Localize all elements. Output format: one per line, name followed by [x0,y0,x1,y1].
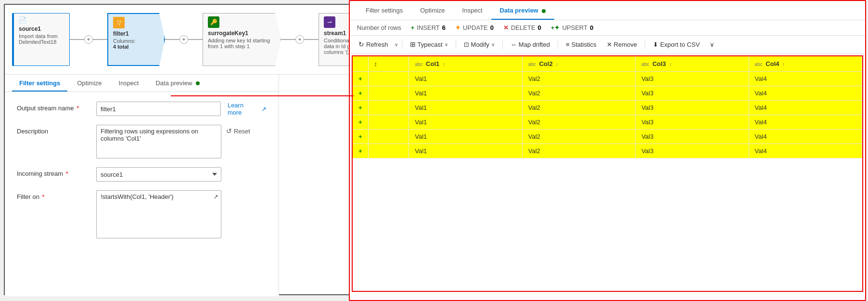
typecast-button[interactable]: ⊞ Typecast ∨ [406,39,452,50]
toolbar-chevron-refresh[interactable]: ∨ [395,42,398,47]
data-table-container: ↕ abc Col1 ↕ abc Col2 ↕ abc Col3 [352,55,863,292]
connector-line-3 [281,39,295,40]
right-tab-filter-settings[interactable]: Filter settings [357,1,411,20]
row-1-col-2: Val3 [636,86,749,101]
map-drifted-icon: ↔ [511,41,517,48]
connector-2: + [165,35,203,44]
row-plus-cell[interactable]: + [353,144,368,158]
row-4-col-2: Val3 [636,130,749,144]
modify-button[interactable]: ⊡ Modify ∨ [460,39,498,50]
connector-line-1 [70,39,84,40]
row-plus-cell[interactable]: + [353,130,368,144]
pipeline-node-surrogate[interactable]: 🔑 surrogateKey1 Adding new key Id starti… [203,13,281,66]
row-2-col-1: Val2 [522,101,635,115]
connector-plus-2[interactable]: + [179,35,188,44]
output-stream-controls: Learn more ↗ [96,102,267,116]
row-sort-cell [368,86,409,101]
pipeline-node-filter[interactable]: ▽ filter1 Columns: 4 total [107,13,165,66]
filter-on-controls: !startsWith(Col1, 'Header') ↗ [96,190,267,238]
row-4-col-3: Val4 [749,130,862,144]
filter-expression-box[interactable]: !startsWith(Col1, 'Header') ↗ [96,190,221,238]
source-node-box[interactable]: 📄 source1 Import data fromDelimitedText1… [12,13,70,66]
output-stream-input[interactable] [96,102,221,116]
connector-1: + [70,35,107,44]
right-tab-data-preview[interactable]: Data preview [491,1,555,20]
export-icon: ⬇ [653,41,658,48]
pipeline-node-source[interactable]: 📄 source1 Import data fromDelimitedText1… [12,13,70,66]
remove-button[interactable]: ✕ Remove [603,39,641,50]
stats-upsert-label: UPSERT [562,24,587,31]
filter-expr-expand-icon[interactable]: ↗ [213,193,218,200]
data-preview-dot [196,81,200,85]
row-3-col-1: Val2 [522,115,635,130]
row-5-col-2: Val3 [636,144,749,158]
statistics-button[interactable]: ≡ Statistics [562,39,600,50]
remove-icon: ✕ [607,41,612,48]
stats-row: Number of rows + INSERT 6 ✦ UPDATE 0 ✕ D… [350,20,865,36]
surrogate-node-desc: Adding new key Id startingfrom 1 with st… [208,38,270,49]
row-plus-cell[interactable]: + [353,101,368,115]
stats-insert-value: 6 [442,24,446,31]
stream-icon: ⇀ [324,16,335,28]
export-csv-button[interactable]: ⬇ Export to CSV [649,39,703,50]
th-col2: abc Col2 ↕ [522,56,635,72]
map-drifted-button[interactable]: ↔ Map drifted [507,39,554,50]
modify-chevron: ∨ [491,42,495,47]
tab-inspect[interactable]: Inspect [112,75,146,92]
connector-plus-1[interactable]: + [84,35,93,44]
description-textarea[interactable]: Filtering rows using expressions on colu… [96,125,221,158]
row-plus-cell[interactable]: + [353,72,368,86]
statistics-icon: ≡ [566,41,570,48]
learn-more-link[interactable]: Learn more ↗ [226,102,267,116]
connector-line-2b [188,39,203,40]
row-0-col-2: Val3 [636,72,749,86]
surrogate-icon: 🔑 [208,16,219,28]
row-3-col-0: Val1 [409,115,522,130]
col1-type: abc [415,62,422,67]
data-preview-toolbar: ↻ Refresh ∨ ⊞ Typecast ∨ ⊡ Modify ∨ ↔ Ma… [350,36,865,53]
tab-filter-settings[interactable]: Filter settings [12,75,67,92]
description-label: Description [17,125,96,135]
connector-line-3b [304,39,319,40]
th-col1: abc Col1 ↕ [409,56,522,72]
row-plus-cell[interactable]: + [353,115,368,130]
more-icon: ∨ [710,41,715,48]
more-button[interactable]: ∨ [706,39,718,50]
output-stream-required: * [77,105,79,112]
col4-sort-icon[interactable]: ↕ [782,62,785,67]
row-sort-cell [368,101,409,115]
divider-5 [645,39,645,49]
tab-optimize[interactable]: Optimize [70,75,109,92]
col2-sort-icon[interactable]: ↕ [556,62,558,67]
stats-plus-icon: + [411,24,415,31]
tab-data-preview[interactable]: Data preview [148,75,207,92]
data-preview-table: ↕ abc Col1 ↕ abc Col2 ↕ abc Col3 [353,56,862,158]
reset-button[interactable]: ↺ Reset [226,127,250,135]
row-sort-cell [368,130,409,144]
col4-type: abc [755,62,763,67]
table-header-row: ↕ abc Col1 ↕ abc Col2 ↕ abc Col3 [353,56,862,72]
right-data-preview-panel: Filter settings Optimize Inspect Data pr… [349,0,866,301]
incoming-stream-select[interactable]: source1 [96,167,221,182]
filter-on-label: Filter on * [17,190,96,200]
stats-delete: ✕ DELETE 0 [503,24,541,31]
modify-icon: ⊡ [464,41,469,48]
refresh-button[interactable]: ↻ Refresh [355,39,392,50]
right-tab-optimize[interactable]: Optimize [411,1,453,20]
connector-plus-3[interactable]: + [295,35,304,44]
divider-4 [558,39,558,49]
col2-type: abc [528,62,536,67]
stats-rows: Number of rows [357,24,401,31]
stream-node-title: stream1 [324,30,346,37]
col3-sort-icon[interactable]: ↕ [669,62,672,67]
surrogate-node-box[interactable]: 🔑 surrogateKey1 Adding new key Id starti… [203,13,281,66]
row-1-col-0: Val1 [409,86,522,101]
filter-node-columns-label: Columns: [113,38,135,44]
col2-label: Col2 [539,60,552,67]
th-sort[interactable]: ↕ [368,56,409,72]
right-tab-inspect[interactable]: Inspect [454,1,491,20]
filter-node-box[interactable]: ▽ filter1 Columns: 4 total [107,13,165,66]
row-plus-cell[interactable]: + [353,86,368,101]
col1-sort-icon[interactable]: ↕ [443,62,445,67]
row-sort-cell [368,72,409,86]
